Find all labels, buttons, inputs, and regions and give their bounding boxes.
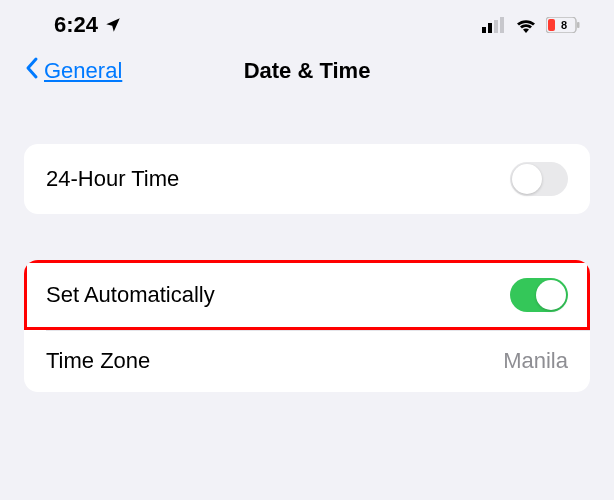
row-label: Time Zone — [46, 348, 150, 374]
page-title: Date & Time — [244, 58, 371, 84]
svg-rect-6 — [577, 22, 580, 28]
toggle-knob — [512, 164, 542, 194]
status-right: 8 — [482, 17, 580, 33]
svg-rect-0 — [482, 27, 486, 33]
location-icon — [104, 16, 122, 34]
svg-rect-2 — [494, 20, 498, 33]
svg-rect-1 — [488, 23, 492, 33]
settings-group-2: Set Automatically Time Zone Manila — [24, 260, 590, 392]
row-label: Set Automatically — [46, 282, 215, 308]
toggle-set-automatically[interactable] — [510, 278, 568, 312]
settings-group-1: 24-Hour Time — [24, 144, 590, 214]
battery-icon: 8 — [546, 17, 580, 33]
svg-rect-3 — [500, 17, 504, 33]
toggle-24-hour-time[interactable] — [510, 162, 568, 196]
svg-text:8: 8 — [561, 19, 567, 31]
svg-rect-5 — [548, 19, 555, 31]
row-set-automatically: Set Automatically — [24, 260, 590, 330]
signal-icon — [482, 17, 506, 33]
back-label: General — [44, 58, 122, 84]
back-button[interactable]: General — [24, 56, 122, 86]
chevron-left-icon — [24, 56, 40, 86]
row-label: 24-Hour Time — [46, 166, 179, 192]
status-time: 6:24 — [54, 12, 98, 38]
wifi-icon — [515, 17, 537, 33]
row-value: Manila — [503, 348, 568, 374]
status-left: 6:24 — [54, 12, 122, 38]
row-time-zone[interactable]: Time Zone Manila — [24, 330, 590, 392]
status-bar: 6:24 8 — [0, 0, 614, 44]
toggle-knob — [536, 280, 566, 310]
row-24-hour-time: 24-Hour Time — [24, 144, 590, 214]
nav-bar: General Date & Time — [0, 44, 614, 106]
